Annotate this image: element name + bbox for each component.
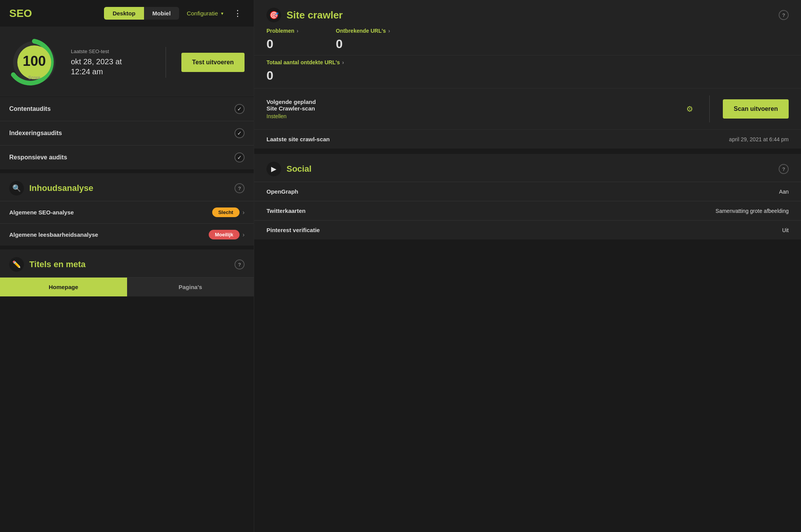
gear-icon[interactable]: ⚙ xyxy=(686,104,693,114)
check-icon-responsief: ✓ xyxy=(235,152,245,162)
titels-meta-title: Titels en meta xyxy=(29,259,229,269)
totaal-value: 0 xyxy=(266,69,789,83)
social-header: ▶ Social ? xyxy=(254,154,801,182)
last-test-date: okt 28, 2023 at12:24 am xyxy=(71,57,150,77)
header: SEO Desktop Mobiel Configuratie ▾ ⋮ xyxy=(0,0,254,27)
crawler-schedule-row: Volgende geplandSite Crawler-scan Instel… xyxy=(254,88,801,129)
leesbaarheid-badge-group: Moeilijk › xyxy=(209,230,245,239)
tab-homepage[interactable]: Homepage xyxy=(0,278,127,296)
crawler-help-icon[interactable]: ? xyxy=(779,10,789,20)
check-icon-indexering: ✓ xyxy=(235,128,245,138)
social-help-icon[interactable]: ? xyxy=(779,164,789,174)
play-icon: ▶ xyxy=(266,162,281,176)
titels-meta-section: ✏️ Titels en meta ? Homepage Pagina's xyxy=(0,249,254,296)
seo-analyse-item[interactable]: Algemene SEO-analyse Slecht › xyxy=(0,201,254,223)
inhoudsanalyse-title: Inhoudsanalyse xyxy=(29,183,229,193)
titels-meta-help-icon[interactable]: ? xyxy=(235,259,245,269)
badge-slecht: Slecht xyxy=(212,207,240,217)
view-tab-group: Desktop Mobiel xyxy=(104,7,179,20)
audit-list: Contentaudits ✓ Indexeringsaudits ✓ Resp… xyxy=(0,97,254,169)
crawler-header: 🎯 Site crawler ? xyxy=(254,0,801,28)
instellen-link[interactable]: Instellen xyxy=(266,113,287,119)
right-panel: 🎯 Site crawler ? Problemen › 0 Ontbreken… xyxy=(254,0,801,532)
audit-item-responsief[interactable]: Responsieve audits ✓ xyxy=(0,146,254,169)
leesbaarheid-item[interactable]: Algemene leesbaarheidsanalyse Moeilijk › xyxy=(0,223,254,246)
inhoudsanalyse-help-icon[interactable]: ? xyxy=(235,183,245,193)
target-icon: 🎯 xyxy=(266,8,281,22)
tab-mobile[interactable]: Mobiel xyxy=(144,7,179,20)
test-uitvoeren-button[interactable]: Test uitvoeren xyxy=(181,53,245,72)
chevron-right-icon-4: › xyxy=(388,28,390,34)
badge-moeilijk: Moeilijk xyxy=(209,230,240,239)
social-item-opengraph[interactable]: OpenGraph Aan xyxy=(254,182,801,201)
stat-problemen[interactable]: Problemen › 0 xyxy=(266,28,313,51)
problemen-value: 0 xyxy=(266,37,313,51)
edit-icon: ✏️ xyxy=(9,257,24,272)
crawler-title: Site crawler xyxy=(287,9,773,21)
last-scan-row: Laatste site crawl-scan april 29, 2021 a… xyxy=(254,129,801,149)
seo-analyse-badge-group: Slecht › xyxy=(212,207,245,217)
last-test-label: Laatste SEO-test xyxy=(71,49,150,54)
divider-vertical-2 xyxy=(709,95,710,122)
crawler-stats-row: Problemen › 0 Ontbrekende URL's › 0 xyxy=(254,28,801,55)
chevron-right-icon-2: › xyxy=(243,231,245,238)
left-panel: SEO Desktop Mobiel Configuratie ▾ ⋮ xyxy=(0,0,254,532)
divider xyxy=(166,47,166,78)
seo-info: Laatste SEO-test okt 28, 2023 at12:24 am xyxy=(71,49,150,77)
stat-ontbrekende-urls[interactable]: Ontbrekende URL's › 0 xyxy=(336,28,390,51)
more-options-button[interactable]: ⋮ xyxy=(231,8,245,18)
social-title: Social xyxy=(287,164,773,174)
config-button[interactable]: Configuratie ▾ xyxy=(187,10,223,17)
last-scan-date: april 29, 2021 at 6:44 pm xyxy=(729,136,789,142)
social-item-pinterest[interactable]: Pinterest verificatie Uit xyxy=(254,220,801,239)
ontbrekende-value: 0 xyxy=(336,37,390,51)
site-crawler-card: 🎯 Site crawler ? Problemen › 0 Ontbreken… xyxy=(254,0,801,149)
score-value: 100 xyxy=(23,54,46,68)
chevron-down-icon: ▾ xyxy=(221,11,223,16)
schedule-info: Volgende geplandSite Crawler-scan Instel… xyxy=(266,99,679,119)
chevron-right-icon: › xyxy=(243,209,245,216)
audit-item-content[interactable]: Contentaudits ✓ xyxy=(0,97,254,121)
social-item-twitter[interactable]: Twitterkaarten Samenvatting grote afbeel… xyxy=(254,201,801,220)
tab-paginas[interactable]: Pagina's xyxy=(127,278,254,296)
titels-meta-header: ✏️ Titels en meta ? xyxy=(0,249,254,277)
check-icon-content: ✓ xyxy=(235,104,245,114)
titels-tabs-bar: Homepage Pagina's xyxy=(0,277,254,296)
social-card: ▶ Social ? OpenGraph Aan Twitterkaarten … xyxy=(254,154,801,239)
audit-item-indexering[interactable]: Indexeringsaudits ✓ xyxy=(0,121,254,146)
chevron-right-icon-3: › xyxy=(297,28,298,34)
score-label: Score xyxy=(28,75,40,80)
inhoudsanalyse-section: 🔍 Inhoudsanalyse ? Algemene SEO-analyse … xyxy=(0,173,254,246)
page-title: SEO xyxy=(9,7,96,20)
scan-uitvoeren-button[interactable]: Scan uitvoeren xyxy=(723,99,789,119)
schedule-title: Volgende geplandSite Crawler-scan xyxy=(266,99,679,112)
totaal-urls-block: Totaal aantal ontdekte URL's › 0 xyxy=(254,55,801,88)
seo-score-section: 100 Score Laatste SEO-test okt 28, 2023 … xyxy=(0,27,254,97)
search-icon: 🔍 xyxy=(9,181,24,196)
tab-desktop[interactable]: Desktop xyxy=(104,7,144,20)
inhoudsanalyse-header: 🔍 Inhoudsanalyse ? xyxy=(0,173,254,201)
last-scan-label: Laatste site crawl-scan xyxy=(266,136,330,142)
score-gauge: 100 Score xyxy=(9,37,59,87)
chevron-right-icon-5: › xyxy=(342,59,344,65)
